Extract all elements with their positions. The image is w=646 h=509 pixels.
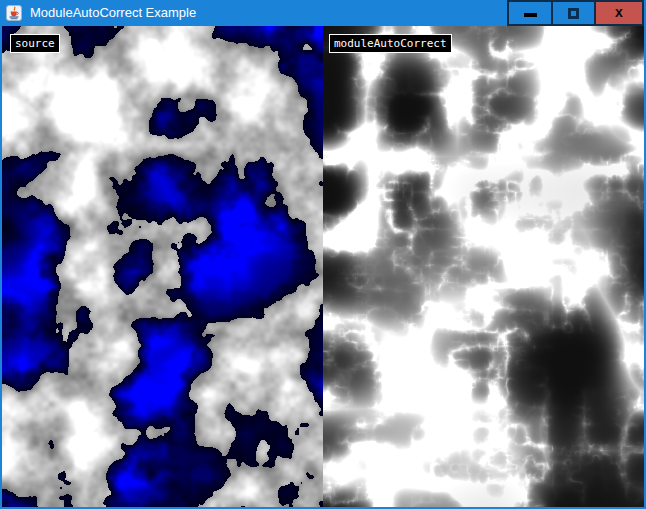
- source-panel: source: [2, 26, 323, 507]
- source-noise-canvas: [2, 26, 323, 507]
- close-button[interactable]: x: [596, 0, 644, 26]
- minimize-button[interactable]: [507, 0, 553, 26]
- titlebar[interactable]: ModuleAutoCorrect Example x: [2, 0, 644, 26]
- java-coffee-cup-icon: [6, 5, 22, 21]
- module-autocorrect-label: moduleAutoCorrect: [329, 34, 452, 53]
- module-autocorrect-noise-canvas: [323, 26, 644, 507]
- window-title: ModuleAutoCorrect Example: [30, 0, 196, 26]
- app-window: ModuleAutoCorrect Example x source modul…: [0, 0, 646, 509]
- source-label: source: [10, 34, 60, 53]
- content-area: source moduleAutoCorrect: [2, 26, 644, 507]
- module-autocorrect-panel: moduleAutoCorrect: [323, 26, 644, 507]
- maximize-button[interactable]: [553, 0, 596, 26]
- window-controls: x: [507, 0, 644, 26]
- minimize-icon: [524, 13, 537, 17]
- maximize-icon: [568, 8, 579, 19]
- close-icon: x: [615, 5, 623, 19]
